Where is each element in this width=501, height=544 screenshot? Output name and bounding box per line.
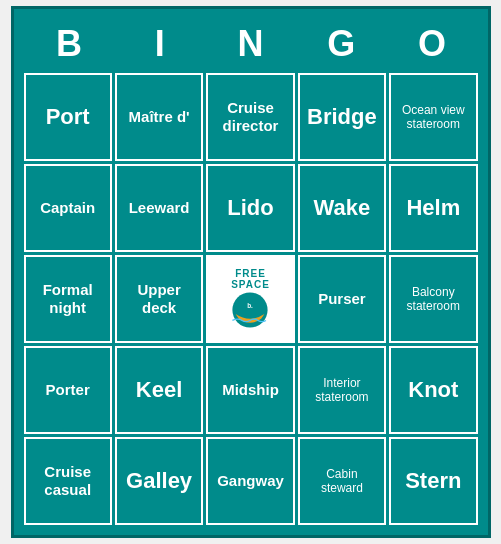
bingo-cell[interactable]: Ocean view stateroom xyxy=(389,73,477,161)
cell-text: Helm xyxy=(406,195,460,221)
cell-text: Gangway xyxy=(217,472,284,490)
bingo-card: B I N G O PortMaître d'Cruise directorBr… xyxy=(11,6,491,538)
cell-text: Knot xyxy=(408,377,458,403)
cell-text: Balcony stateroom xyxy=(397,285,469,314)
cell-text: Lido xyxy=(227,195,273,221)
bingo-header: B I N G O xyxy=(24,19,478,69)
free-space-content: FREE SPACE b. xyxy=(225,268,275,330)
bingo-cell[interactable]: Captain xyxy=(24,164,112,252)
cell-text: Cabin steward xyxy=(306,467,378,496)
bingo-cell[interactable]: Purser xyxy=(298,255,386,343)
free-label: FREE xyxy=(235,268,266,279)
ship-icon: b. xyxy=(225,290,275,330)
bingo-cell[interactable]: Formal night xyxy=(24,255,112,343)
cell-text: Upper deck xyxy=(123,281,195,317)
bingo-cell[interactable]: Cruise director xyxy=(206,73,294,161)
bingo-cell[interactable]: Helm xyxy=(389,164,477,252)
bingo-cell[interactable]: Galley xyxy=(115,437,203,525)
bingo-cell[interactable]: Bridge xyxy=(298,73,386,161)
header-n: N xyxy=(205,19,296,69)
header-o: O xyxy=(387,19,478,69)
bingo-cell[interactable]: Wake xyxy=(298,164,386,252)
cell-text: Port xyxy=(46,104,90,130)
bingo-cell[interactable]: Cabin steward xyxy=(298,437,386,525)
bingo-cell[interactable]: Interior stateroom xyxy=(298,346,386,434)
bingo-cell[interactable]: FREE SPACE b. xyxy=(206,255,294,343)
cell-text: Porter xyxy=(46,381,90,399)
header-g: G xyxy=(296,19,387,69)
bingo-cell[interactable]: Leeward xyxy=(115,164,203,252)
cell-text: Purser xyxy=(318,290,366,308)
cell-text: Maître d' xyxy=(129,108,190,126)
cell-text: Leeward xyxy=(129,199,190,217)
cell-text: Interior stateroom xyxy=(306,376,378,405)
bingo-cell[interactable]: Maître d' xyxy=(115,73,203,161)
free-label2: SPACE xyxy=(231,279,270,290)
cell-text: Cruise casual xyxy=(32,463,104,499)
cell-text: Cruise director xyxy=(214,99,286,135)
cell-text: Captain xyxy=(40,199,95,217)
bingo-cell[interactable]: Port xyxy=(24,73,112,161)
svg-text:b.: b. xyxy=(248,302,254,309)
bingo-cell[interactable]: Lido xyxy=(206,164,294,252)
cell-text: Bridge xyxy=(307,104,377,130)
cell-text: Wake xyxy=(314,195,371,221)
bingo-cell[interactable]: Upper deck xyxy=(115,255,203,343)
bingo-cell[interactable]: Midship xyxy=(206,346,294,434)
header-i: I xyxy=(114,19,205,69)
bingo-cell[interactable]: Gangway xyxy=(206,437,294,525)
bingo-cell[interactable]: Balcony stateroom xyxy=(389,255,477,343)
cell-text: Galley xyxy=(126,468,192,494)
bingo-cell[interactable]: Knot xyxy=(389,346,477,434)
cell-text: Ocean view stateroom xyxy=(397,103,469,132)
cell-text: Midship xyxy=(222,381,279,399)
bingo-cell[interactable]: Stern xyxy=(389,437,477,525)
cell-text: Formal night xyxy=(32,281,104,317)
bingo-cell[interactable]: Porter xyxy=(24,346,112,434)
bingo-cell[interactable]: Keel xyxy=(115,346,203,434)
cell-text: Keel xyxy=(136,377,182,403)
header-b: B xyxy=(24,19,115,69)
bingo-cell[interactable]: Cruise casual xyxy=(24,437,112,525)
bingo-grid: PortMaître d'Cruise directorBridgeOcean … xyxy=(24,73,478,525)
cell-text: Stern xyxy=(405,468,461,494)
